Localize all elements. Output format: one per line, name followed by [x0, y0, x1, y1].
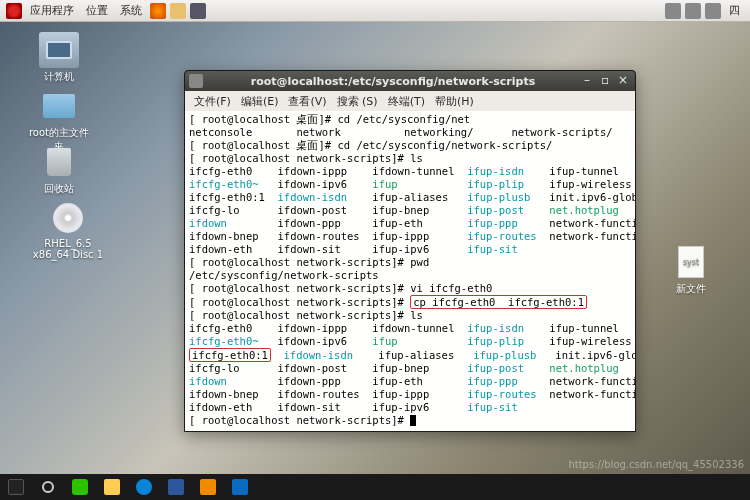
menu-terminal[interactable]: 终端(T) [383, 94, 430, 109]
explorer-icon[interactable] [96, 474, 128, 500]
firefox-icon[interactable] [150, 3, 166, 19]
titlebar[interactable]: root@localhost:/etc/sysconfig/network-sc… [185, 71, 635, 91]
file-manager-icon[interactable] [170, 3, 186, 19]
label: 计算机 [28, 70, 90, 84]
label: RHEL_6.5 x86_64 Disc 1 [28, 238, 108, 260]
updates-tray-icon[interactable] [705, 3, 721, 19]
redhat-icon[interactable] [6, 3, 22, 19]
terminal-icon [189, 74, 203, 88]
menu-view[interactable]: 查看(V) [283, 94, 331, 109]
minimize-button[interactable]: – [579, 74, 595, 88]
clock[interactable]: 四 [723, 3, 746, 18]
wps-icon[interactable] [224, 474, 256, 500]
search-button[interactable] [32, 474, 64, 500]
computer-desktop-icon[interactable]: 计算机 [28, 32, 90, 84]
close-button[interactable]: × [615, 74, 631, 88]
label: 回收站 [28, 182, 90, 196]
browser-icon[interactable] [128, 474, 160, 500]
wechat-icon[interactable] [64, 474, 96, 500]
disc-desktop-icon[interactable]: RHEL_6.5 x86_64 Disc 1 [28, 200, 108, 260]
trash-icon [47, 148, 71, 176]
folder-icon [43, 94, 75, 118]
places-menu[interactable]: 位置 [80, 3, 114, 18]
newfile-desktop-icon[interactable]: syst 新文件 [660, 244, 722, 296]
start-button[interactable] [0, 474, 32, 500]
document-icon: syst [678, 246, 704, 278]
vmware-icon[interactable] [192, 474, 224, 500]
applications-menu[interactable]: 应用程序 [24, 3, 80, 18]
gnome-top-panel: 应用程序 位置 系统 四 [0, 0, 750, 22]
volume-tray-icon[interactable] [685, 3, 701, 19]
host-taskbar [0, 474, 750, 500]
menu-search[interactable]: 搜索 (S) [332, 94, 383, 109]
network-tray-icon[interactable] [665, 3, 681, 19]
trash-desktop-icon[interactable]: 回收站 [28, 144, 90, 196]
window-title: root@localhost:/etc/sysconfig/network-sc… [209, 75, 577, 88]
word-icon[interactable] [160, 474, 192, 500]
menu-file[interactable]: 文件(F) [189, 94, 236, 109]
desktop[interactable]: 计算机 root的主文件夹 回收站 RHEL_6.5 x86_64 Disc 1… [0, 22, 750, 474]
maximize-button[interactable]: ▫ [597, 74, 613, 88]
terminal-launcher-icon[interactable] [190, 3, 206, 19]
watermark: https://blog.csdn.net/qq_45502336 [568, 459, 744, 470]
monitor-icon [46, 41, 72, 59]
terminal-output[interactable]: [ root@localhost 桌面]# cd /etc/sysconfig/… [185, 111, 635, 431]
dvd-icon [53, 203, 83, 233]
menu-edit[interactable]: 编辑(E) [236, 94, 284, 109]
menu-help[interactable]: 帮助(H) [430, 94, 479, 109]
system-menu[interactable]: 系统 [114, 3, 148, 18]
terminal-menubar: 文件(F) 编辑(E) 查看(V) 搜索 (S) 终端(T) 帮助(H) [185, 91, 635, 111]
label: 新文件 [660, 282, 722, 296]
terminal-window: root@localhost:/etc/sysconfig/network-sc… [184, 70, 636, 432]
